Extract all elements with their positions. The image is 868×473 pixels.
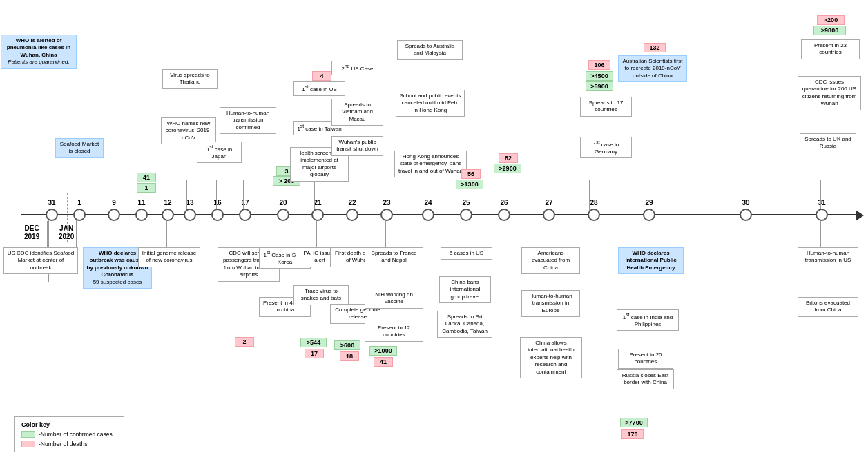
event-human-human-europe: Human-to-human transmission in Europe <box>521 290 580 317</box>
node-20 <box>277 209 289 221</box>
event-seafood-market: Seafood Market is closed <box>55 138 104 158</box>
date-22: 22 <box>348 199 356 206</box>
node-27 <box>543 209 555 221</box>
node-31dec <box>46 209 58 221</box>
key-deaths: -Number of deaths <box>21 441 117 447</box>
node-28 <box>588 209 600 221</box>
date-21: 21 <box>314 199 321 206</box>
node-25 <box>460 209 472 221</box>
badge-544: >544 <box>300 338 327 347</box>
connector-who-emerg <box>648 221 648 247</box>
event-trace-snakes: Trace virus to snakes and bats <box>293 285 349 305</box>
event-20-countries: Present in 20 countries <box>618 349 673 369</box>
event-wuhan-transit: Wuhan's public transit shut down <box>331 136 383 156</box>
node-23 <box>380 209 393 221</box>
badge-17: 17 <box>305 349 324 358</box>
badge-106: 106 <box>588 60 610 70</box>
event-virus-thailand: Virus spreads to Thailand <box>162 69 218 89</box>
badge-56: 56 <box>461 169 481 179</box>
key-swatch-green <box>21 431 35 438</box>
badge-2900: >2900 <box>494 164 521 173</box>
node-16 <box>211 209 224 221</box>
node-24 <box>422 209 434 221</box>
event-sri-lanka: Spreads to Sri Lanka, Canada, Cambodia, … <box>437 311 492 338</box>
date-25: 25 <box>462 199 470 206</box>
event-who-emergency: WHO declares International Public Health… <box>618 247 684 274</box>
event-first-case-us: 1st case in US <box>293 81 345 96</box>
badge-600: >600 <box>334 340 360 350</box>
month-dec: DEC2019 <box>24 224 39 241</box>
timeline-arrow <box>856 210 864 221</box>
date-23: 23 <box>383 199 390 206</box>
node-12 <box>162 209 174 221</box>
event-china-bans-group: China bans international group travel <box>439 276 491 303</box>
connector-23 <box>385 221 386 247</box>
badge-5900: >5900 <box>586 81 613 91</box>
badge-7700: >7700 <box>620 418 648 427</box>
connector-who-unknown <box>113 221 113 247</box>
connector-genome <box>166 221 167 247</box>
event-cdc-quarantine: CDC issues quarantine for 200 US citizen… <box>798 76 861 110</box>
event-23-countries: Present in 23 countries <box>801 39 860 59</box>
date-1: 1 <box>77 199 81 206</box>
node-13 <box>184 209 196 221</box>
date-11: 11 <box>137 199 145 206</box>
date-16: 16 <box>213 199 221 206</box>
connector-25 <box>465 221 465 247</box>
event-nih-vaccine: NIH working on vaccine <box>365 289 423 309</box>
event-britons-evacuated: Britons evacuated from China <box>798 297 858 317</box>
node-31jan <box>816 209 828 221</box>
event-school-canceled: School and public events canceled until … <box>396 90 465 117</box>
event-vietnam-macau: Spreads to Vietnam and Macau <box>331 99 383 126</box>
badge-18: 18 <box>340 351 359 361</box>
date-31dec: 31 <box>48 199 55 206</box>
badge-41-below: 41 <box>374 357 393 367</box>
badge-1000: >1000 <box>369 346 397 356</box>
event-2nd-us: 2nd US Case <box>331 61 383 75</box>
badge-9800: >9800 <box>813 26 846 35</box>
badge-132: 132 <box>644 43 666 52</box>
timeline-container: DEC2019 JAN2020 31 1 9 11 12 13 16 17 20… <box>0 0 868 473</box>
color-key-title: Color key <box>21 421 117 428</box>
node-17 <box>239 209 251 221</box>
node-22 <box>346 209 358 221</box>
date-31jan: 31 <box>818 199 825 206</box>
event-australian-scientists: Australian Scientists first to recreate … <box>618 55 687 82</box>
badge-1: 1 <box>137 183 156 193</box>
month-divider <box>67 193 68 242</box>
badge-4500: >4500 <box>586 71 613 81</box>
connector-27 <box>548 221 548 247</box>
event-russia-closes: Russia closes East border with China <box>617 369 674 389</box>
event-who-names: WHO names new coronavirus, 2019-nCoV <box>161 117 216 144</box>
date-28: 28 <box>590 199 597 206</box>
key-swatch-salmon <box>21 441 35 447</box>
node-11 <box>135 209 148 221</box>
event-17-countries: Spreads to 17 countries <box>580 97 632 117</box>
badge-200plus: >200 <box>817 15 845 25</box>
key-confirmed: -Number of confirmed cases <box>21 431 117 438</box>
node-9 <box>108 209 120 221</box>
event-first-germany: 1st case in Germany <box>580 137 632 158</box>
node-30 <box>740 209 752 221</box>
event-human-transmission: Human-to-human transmission confirmed <box>220 107 276 134</box>
event-initial-genome: Initial genome release of new coronaviru… <box>138 247 200 267</box>
date-26: 26 <box>500 199 508 206</box>
badge-4: 4 <box>312 71 331 81</box>
event-china-experts: China allows international health expert… <box>520 337 582 378</box>
event-spreads-uk-russia: Spreads to UK and Russia <box>800 133 856 153</box>
key-label-deaths: -Number of deaths <box>39 441 87 447</box>
badge-82: 82 <box>499 153 518 163</box>
event-hk-emergency: Hong Kong announces state of emergency, … <box>394 151 467 177</box>
date-12: 12 <box>164 199 171 206</box>
connector-cdc-ident <box>47 221 48 247</box>
event-first-japan: 1st case in Japan <box>197 142 242 163</box>
date-24: 24 <box>424 199 432 206</box>
date-20: 20 <box>279 199 287 206</box>
event-present-12: Present in 12 countries <box>365 322 423 342</box>
node-26 <box>498 209 510 221</box>
date-27: 27 <box>545 199 552 206</box>
date-13: 13 <box>186 199 193 206</box>
node-21 <box>311 209 324 221</box>
event-who-alerted: WHO is alerted of pneumonia-like cases i… <box>1 35 77 69</box>
event-france-nepal: Spreads to France and Nepal <box>365 247 423 267</box>
